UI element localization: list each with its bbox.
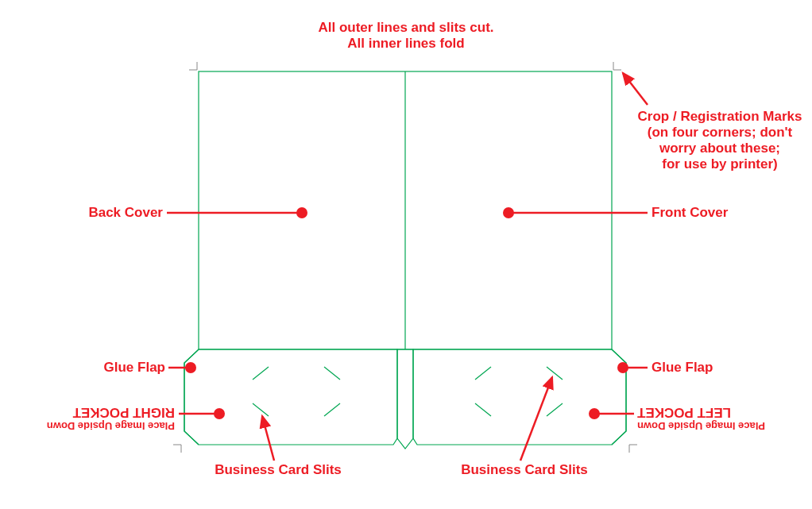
left-pocket-sub: Place Image Upside Down <box>637 420 765 432</box>
crop-marks-label-l3: worry about these; <box>659 141 780 156</box>
svg-line-4 <box>324 367 340 380</box>
card-slits-right-label: Business Card Slits <box>461 462 588 477</box>
front-cover-label: Front Cover <box>652 205 729 220</box>
front-cover-dot <box>503 207 514 218</box>
svg-line-3 <box>253 367 269 380</box>
svg-line-10 <box>547 403 563 416</box>
glue-flap-left-dot <box>185 362 196 373</box>
left-pocket-label-group: Place Image Upside Down LEFT POCKET <box>636 405 765 432</box>
svg-line-8 <box>547 367 563 380</box>
glue-flap-left-label: Glue Flap <box>104 360 165 375</box>
header-line2: All inner lines fold <box>347 36 464 51</box>
svg-line-5 <box>253 403 269 416</box>
right-pocket-label: RIGHT POCKET <box>72 405 175 420</box>
back-cover-label: Back Cover <box>88 205 163 220</box>
card-slits-left-pointer <box>262 416 274 461</box>
right-pocket-label-group: Place Image Upside Down RIGHT POCKET <box>47 405 175 432</box>
back-cover-dot <box>296 207 307 218</box>
svg-line-6 <box>324 403 340 416</box>
right-pocket-dot <box>214 408 225 419</box>
glue-flap-right-label: Glue Flap <box>652 360 713 375</box>
header-line1: All outer lines and slits cut. <box>318 20 493 35</box>
card-slits-right-pointer <box>520 377 552 461</box>
svg-line-9 <box>475 403 491 416</box>
crop-marks-label-l1: Crop / Registration Marks <box>638 109 802 124</box>
glue-flap-right-dot <box>617 362 628 373</box>
crop-marks-label-l4: for use by printer) <box>662 156 777 172</box>
crop-marks-label-l2: (on four corners; don't <box>648 125 793 140</box>
left-pocket-dot <box>589 408 600 419</box>
folder-dieline-diagram: All outer lines and slits cut. All inner… <box>0 0 812 509</box>
card-slits-left-label: Business Card Slits <box>215 462 342 477</box>
crop-marks-pointer <box>623 73 648 105</box>
left-pocket-label: LEFT POCKET <box>636 405 731 420</box>
right-pocket-sub: Place Image Upside Down <box>47 420 175 432</box>
svg-line-7 <box>475 367 491 380</box>
dieline <box>184 71 626 449</box>
